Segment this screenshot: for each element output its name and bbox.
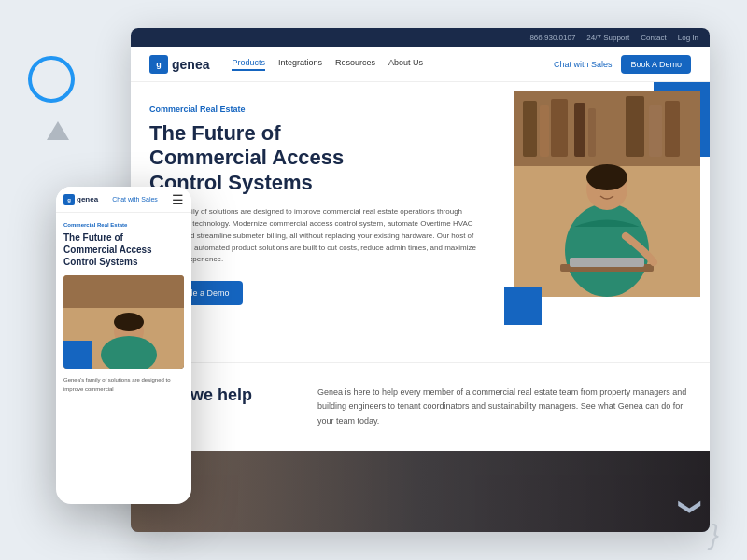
top-bar: 866.930.0107 24/7 Support Contact Log In xyxy=(131,28,710,47)
svg-rect-6 xyxy=(588,108,596,157)
nav-links: Products Integrations Resources About Us xyxy=(232,58,538,71)
navigation: g genea Products Integrations Resources … xyxy=(131,47,710,82)
svg-rect-2 xyxy=(523,101,537,157)
svg-rect-3 xyxy=(540,105,549,157)
nav-resources[interactable]: Resources xyxy=(335,58,375,71)
svg-rect-4 xyxy=(551,99,568,157)
mobile-title-line2: Commercial Access xyxy=(63,245,152,255)
mobile-menu-icon[interactable]: ☰ xyxy=(172,193,184,206)
svg-point-10 xyxy=(565,203,649,297)
nav-products[interactable]: Products xyxy=(232,58,265,71)
mobile-logo-initial: g xyxy=(67,197,71,203)
blue-accent-bottom xyxy=(504,287,542,325)
support-link[interactable]: 24/7 Support xyxy=(586,34,629,42)
hero-title-line2: Commercial Access xyxy=(149,146,344,169)
mobile-logo: g genea xyxy=(63,194,98,205)
hero-description: Genea's family of solutions are designed… xyxy=(149,206,486,266)
phone-number: 866.930.0107 xyxy=(529,34,575,42)
person-svg xyxy=(514,91,700,297)
svg-rect-15 xyxy=(131,451,710,532)
wavy-decorative: } xyxy=(710,519,719,551)
nav-integrations[interactable]: Integrations xyxy=(278,58,322,71)
svg-rect-17 xyxy=(63,275,184,308)
mobile-title: The Future of Commercial Access Control … xyxy=(63,231,184,268)
mobile-title-line3: Control Systems xyxy=(63,257,137,267)
mobile-chat-sales[interactable]: Chat with Sales xyxy=(112,196,158,203)
chat-sales-link[interactable]: Chat with Sales xyxy=(554,60,613,69)
logo-text: genea xyxy=(172,57,209,72)
browser-window: 866.930.0107 24/7 Support Contact Log In… xyxy=(131,28,710,532)
hero-section: Commercial Real Estate The Future of Com… xyxy=(131,82,710,362)
mobile-content: Commercial Real Estate The Future of Com… xyxy=(56,213,191,403)
hero-title: The Future of Commercial Access Control … xyxy=(149,121,486,195)
who-section: Who we help Genea is here to help every … xyxy=(131,362,710,451)
contact-link[interactable]: Contact xyxy=(641,34,667,42)
mobile-mockup: g genea Chat with Sales ☰ Commercial Rea… xyxy=(56,187,191,504)
mobile-topbar: g genea Chat with Sales ☰ xyxy=(56,187,191,213)
svg-point-19 xyxy=(114,313,144,331)
logo-initial: g xyxy=(156,60,162,69)
logo-icon: g xyxy=(149,55,168,74)
logo[interactable]: g genea xyxy=(149,55,209,74)
nav-about[interactable]: About Us xyxy=(388,58,423,71)
login-link[interactable]: Log In xyxy=(678,34,698,42)
hero-image-container xyxy=(504,82,710,362)
svg-rect-8 xyxy=(649,105,662,157)
mobile-blue-accent xyxy=(63,341,92,369)
mobile-logo-text: genea xyxy=(77,195,98,203)
bottom-image xyxy=(131,451,710,532)
svg-rect-5 xyxy=(574,103,585,157)
bottom-bg-svg xyxy=(131,451,710,532)
mobile-category: Commercial Real Estate xyxy=(63,222,184,228)
mobile-logo-icon: g xyxy=(63,194,75,205)
decorative-circle xyxy=(28,56,75,103)
mobile-title-line1: The Future of xyxy=(63,232,123,243)
mobile-hero-image xyxy=(63,275,184,369)
scroll-indicator[interactable]: ❯ xyxy=(682,488,700,525)
nav-right: Chat with Sales Book A Demo xyxy=(554,55,691,74)
decorative-triangle xyxy=(47,121,69,140)
book-demo-button[interactable]: Book A Demo xyxy=(621,55,691,74)
svg-rect-9 xyxy=(665,101,680,157)
mobile-description: Genea's family of solutions are designed… xyxy=(63,376,184,394)
who-description: Genea is here to help every member of a … xyxy=(317,385,691,428)
hero-image xyxy=(514,91,700,297)
svg-point-12 xyxy=(586,164,627,190)
svg-rect-7 xyxy=(626,96,644,157)
svg-rect-14 xyxy=(570,258,644,267)
category-label: Commercial Real Estate xyxy=(149,105,486,114)
scroll-arrow-icon: ❯ xyxy=(678,497,704,516)
hero-title-line1: The Future of xyxy=(149,121,281,145)
bottom-section: ❯ xyxy=(131,451,710,532)
